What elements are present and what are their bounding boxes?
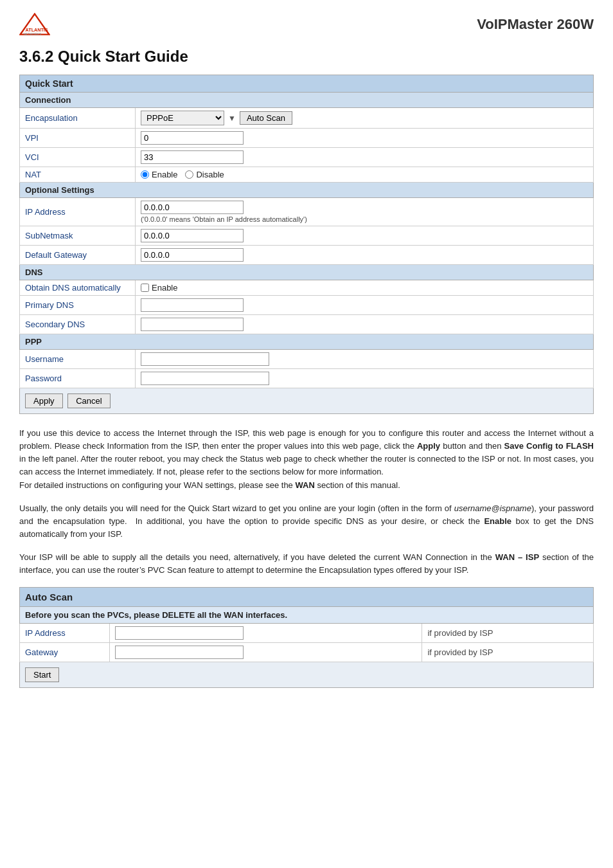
password-input[interactable]	[141, 372, 269, 385]
username-value	[136, 350, 594, 369]
vci-value	[136, 148, 594, 167]
header: ATLANTIS NETWORKS VoIPMaster 260W	[19, 13, 594, 36]
default-gateway-value	[136, 246, 594, 265]
username-row: Username	[20, 350, 594, 369]
obtain-dns-label: Obtain DNS automatically	[20, 280, 136, 296]
dns-section-row: DNS	[20, 265, 594, 280]
apply-button[interactable]: Apply	[25, 393, 63, 408]
secondary-dns-value	[136, 315, 594, 334]
nat-enable-label[interactable]: Enable	[141, 170, 177, 179]
as-notice-text: Before you scan the PVCs, please DELETE …	[20, 607, 594, 624]
primary-dns-value	[136, 296, 594, 315]
encapsulation-label: Encapsulation	[20, 108, 136, 129]
nat-disable-text: Disable	[196, 170, 224, 179]
obtain-dns-enable-label[interactable]: Enable	[141, 283, 588, 293]
qs-header-row: Quick Start	[20, 75, 594, 93]
obtain-dns-checkbox[interactable]	[141, 284, 149, 292]
nat-row: NAT Enable Disable	[20, 167, 594, 183]
as-gateway-row: Gateway if provided by ISP	[20, 643, 594, 662]
body-paragraph-3: Your ISP will be able to supply all the …	[19, 551, 594, 577]
qs-table-header: Quick Start	[20, 75, 594, 93]
ip-address-row: IP Address ('0.0.0.0' means 'Obtain an I…	[20, 198, 594, 226]
subnetmask-input[interactable]	[141, 229, 244, 242]
vci-input[interactable]	[141, 150, 244, 164]
dropdown-arrow-icon: ▼	[228, 114, 236, 123]
ip-address-value: ('0.0.0.0' means 'Obtain an IP address a…	[136, 198, 594, 226]
as-table-header: Auto Scan	[20, 588, 594, 607]
default-gateway-label: Default Gateway	[20, 246, 136, 265]
primary-dns-input[interactable]	[141, 298, 244, 312]
cancel-button[interactable]: Cancel	[67, 393, 110, 408]
ppp-section-row: PPP	[20, 334, 594, 350]
as-ip-address-hint: if provided by ISP	[422, 624, 594, 643]
obtain-dns-row: Obtain DNS automatically Enable	[20, 280, 594, 296]
ip-address-label: IP Address	[20, 198, 136, 226]
as-notice-row: Before you scan the PVCs, please DELETE …	[20, 607, 594, 624]
ip-address-input[interactable]	[141, 201, 244, 214]
optional-settings-section-row: Optional Settings	[20, 183, 594, 198]
connection-section-label: Connection	[20, 93, 594, 108]
subnetmask-value	[136, 226, 594, 246]
as-ip-address-label: IP Address	[20, 624, 110, 643]
password-row: Password	[20, 369, 594, 388]
encapsulation-row: Encapsulation PPPoE PPPoA IPoA 1483 Brid…	[20, 108, 594, 129]
as-ip-address-row: IP Address if provided by ISP	[20, 624, 594, 643]
password-value	[136, 369, 594, 388]
nat-disable-radio[interactable]	[185, 170, 193, 179]
svg-text:ATLANTIS: ATLANTIS	[26, 27, 48, 33]
as-footer-row: Start	[20, 662, 594, 688]
as-gateway-hint: if provided by ISP	[422, 643, 594, 662]
obtain-dns-enable-text: Enable	[152, 283, 177, 293]
vci-row: VCI	[20, 148, 594, 167]
auto-scan-table: Auto Scan Before you scan the PVCs, plea…	[19, 587, 594, 688]
secondary-dns-input[interactable]	[141, 318, 244, 331]
primary-dns-row: Primary DNS	[20, 296, 594, 315]
as-gateway-input[interactable]	[115, 646, 244, 659]
secondary-dns-label: Secondary DNS	[20, 315, 136, 334]
atlantis-logo: ATLANTIS NETWORKS	[19, 13, 50, 36]
body-paragraph-2: Usually, the only details you will need …	[19, 502, 594, 541]
optional-settings-section-label: Optional Settings	[20, 183, 594, 198]
username-input[interactable]	[141, 352, 269, 366]
qs-footer-cell: Apply Cancel	[20, 388, 594, 414]
dns-section-label: DNS	[20, 265, 594, 280]
vpi-row: VPI	[20, 129, 594, 148]
start-button[interactable]: Start	[25, 667, 59, 682]
default-gateway-row: Default Gateway	[20, 246, 594, 265]
nat-value: Enable Disable	[136, 167, 594, 183]
vci-label: VCI	[20, 148, 136, 167]
ip-address-hint: ('0.0.0.0' means 'Obtain an IP address a…	[141, 215, 588, 223]
as-gateway-label: Gateway	[20, 643, 110, 662]
vpi-input[interactable]	[141, 131, 244, 145]
as-header-row: Auto Scan	[20, 588, 594, 607]
as-ip-address-input[interactable]	[115, 626, 244, 640]
vpi-value	[136, 129, 594, 148]
logo: ATLANTIS NETWORKS	[19, 13, 50, 36]
username-label: Username	[20, 350, 136, 369]
nat-label: NAT	[20, 167, 136, 183]
password-label: Password	[20, 369, 136, 388]
encapsulation-value: PPPoE PPPoA IPoA 1483 Bridged 1483 Route…	[136, 108, 594, 129]
default-gateway-input[interactable]	[141, 248, 244, 262]
nat-enable-radio[interactable]	[141, 170, 149, 179]
ppp-section-label: PPP	[20, 334, 594, 350]
qs-footer-row: Apply Cancel	[20, 388, 594, 414]
as-gateway-input-cell	[110, 643, 422, 662]
encapsulation-select[interactable]: PPPoE PPPoA IPoA 1483 Bridged 1483 Route…	[141, 111, 224, 125]
svg-text:NETWORKS: NETWORKS	[23, 33, 41, 36]
app-title: VoIPMaster 260W	[477, 16, 594, 33]
vpi-label: VPI	[20, 129, 136, 148]
obtain-dns-value: Enable	[136, 280, 594, 296]
quick-start-table: Quick Start Connection Encapsulation PPP…	[19, 75, 594, 414]
primary-dns-label: Primary DNS	[20, 296, 136, 315]
as-ip-address-input-cell	[110, 624, 422, 643]
as-footer-cell: Start	[20, 662, 594, 688]
page-title: 3.6.2 Quick Start Guide	[19, 48, 594, 66]
auto-scan-button[interactable]: Auto Scan	[240, 111, 292, 125]
nat-enable-text: Enable	[152, 170, 177, 179]
secondary-dns-row: Secondary DNS	[20, 315, 594, 334]
connection-section-row: Connection	[20, 93, 594, 108]
subnetmask-row: SubNetmask	[20, 226, 594, 246]
nat-disable-label[interactable]: Disable	[185, 170, 224, 179]
body-paragraph-1: If you use this device to access the Int…	[19, 427, 594, 492]
